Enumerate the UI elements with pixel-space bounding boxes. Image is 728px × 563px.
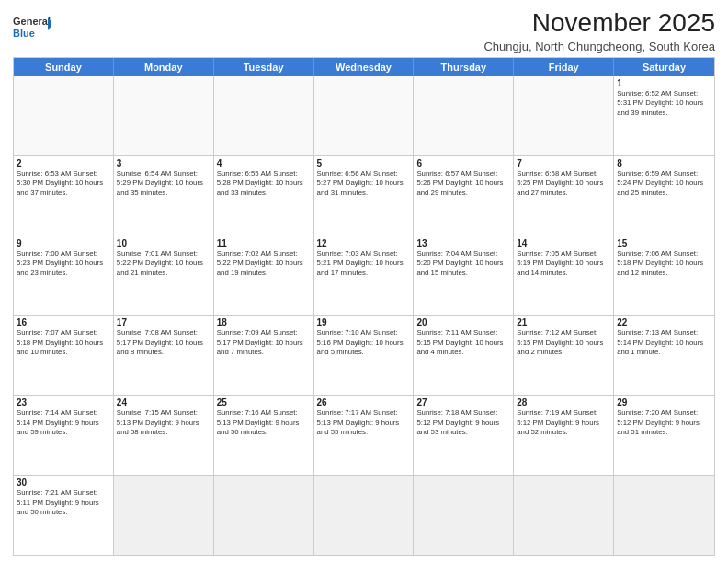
day-number: 13 xyxy=(416,238,510,248)
day-number: 3 xyxy=(117,158,210,168)
day-info: Sunrise: 7:17 AM Sunset: 5:13 PM Dayligh… xyxy=(317,408,411,438)
header-day-friday: Friday xyxy=(514,58,614,76)
day-info: Sunrise: 6:57 AM Sunset: 5:26 PM Dayligh… xyxy=(416,169,510,199)
day-info: Sunrise: 7:11 AM Sunset: 5:15 PM Dayligh… xyxy=(416,328,510,358)
calendar-cell-27: 27Sunrise: 7:18 AM Sunset: 5:12 PM Dayli… xyxy=(414,396,514,475)
day-info: Sunrise: 6:55 AM Sunset: 5:28 PM Dayligh… xyxy=(217,169,311,199)
day-info: Sunrise: 6:54 AM Sunset: 5:29 PM Dayligh… xyxy=(117,169,210,199)
day-number: 16 xyxy=(17,317,110,327)
day-info: Sunrise: 7:16 AM Sunset: 5:13 PM Dayligh… xyxy=(217,408,311,438)
day-info: Sunrise: 6:52 AM Sunset: 5:31 PM Dayligh… xyxy=(617,89,711,119)
day-info: Sunrise: 7:15 AM Sunset: 5:13 PM Dayligh… xyxy=(117,408,210,438)
day-info: Sunrise: 7:04 AM Sunset: 5:20 PM Dayligh… xyxy=(416,249,510,279)
day-info: Sunrise: 7:07 AM Sunset: 5:18 PM Dayligh… xyxy=(17,328,110,358)
calendar-cell-6: 6Sunrise: 6:57 AM Sunset: 5:26 PM Daylig… xyxy=(414,156,514,236)
svg-text:Blue: Blue xyxy=(13,28,35,39)
calendar-row-2: 2Sunrise: 6:53 AM Sunset: 5:30 PM Daylig… xyxy=(14,155,714,236)
day-info: Sunrise: 7:06 AM Sunset: 5:18 PM Dayligh… xyxy=(617,249,711,279)
day-info: Sunrise: 7:18 AM Sunset: 5:12 PM Dayligh… xyxy=(416,408,510,438)
calendar-cell-empty-5 xyxy=(514,476,614,555)
day-info: Sunrise: 7:10 AM Sunset: 5:16 PM Dayligh… xyxy=(317,328,411,358)
calendar-cell-17: 17Sunrise: 7:08 AM Sunset: 5:17 PM Dayli… xyxy=(114,316,214,395)
day-number: 14 xyxy=(517,238,610,248)
day-info: Sunrise: 7:09 AM Sunset: 5:17 PM Dayligh… xyxy=(217,328,311,358)
header-day-sunday: Sunday xyxy=(14,58,114,76)
day-number: 28 xyxy=(517,397,610,408)
day-number: 9 xyxy=(17,238,110,248)
calendar-row-5: 23Sunrise: 7:14 AM Sunset: 5:14 PM Dayli… xyxy=(14,395,714,475)
day-info: Sunrise: 7:08 AM Sunset: 5:17 PM Dayligh… xyxy=(117,328,210,358)
day-number: 7 xyxy=(517,158,610,168)
calendar-row-1: 1Sunrise: 6:52 AM Sunset: 5:31 PM Daylig… xyxy=(14,76,714,155)
day-number: 17 xyxy=(117,317,210,327)
calendar-cell-13: 13Sunrise: 7:04 AM Sunset: 5:20 PM Dayli… xyxy=(414,236,514,316)
calendar-cell-5: 5Sunrise: 6:56 AM Sunset: 5:27 PM Daylig… xyxy=(314,156,415,236)
calendar-row-3: 9Sunrise: 7:00 AM Sunset: 5:23 PM Daylig… xyxy=(14,236,714,316)
day-info: Sunrise: 7:00 AM Sunset: 5:23 PM Dayligh… xyxy=(17,249,110,279)
day-info: Sunrise: 7:01 AM Sunset: 5:22 PM Dayligh… xyxy=(117,249,210,279)
calendar-row-4: 16Sunrise: 7:07 AM Sunset: 5:18 PM Dayli… xyxy=(14,315,714,395)
day-info: Sunrise: 7:14 AM Sunset: 5:14 PM Dayligh… xyxy=(17,408,110,438)
day-number: 30 xyxy=(17,477,110,488)
calendar-cell-empty-2 xyxy=(214,76,314,155)
calendar-cell-20: 20Sunrise: 7:11 AM Sunset: 5:15 PM Dayli… xyxy=(414,316,514,395)
calendar-cell-19: 19Sunrise: 7:10 AM Sunset: 5:16 PM Dayli… xyxy=(314,316,415,395)
calendar-cell-8: 8Sunrise: 6:59 AM Sunset: 5:24 PM Daylig… xyxy=(614,156,714,236)
header: General Blue November 2025 Chungju, Nort… xyxy=(13,9,715,53)
calendar-cell-15: 15Sunrise: 7:06 AM Sunset: 5:18 PM Dayli… xyxy=(614,236,714,316)
day-number: 10 xyxy=(117,238,210,248)
day-info: Sunrise: 7:13 AM Sunset: 5:14 PM Dayligh… xyxy=(617,328,711,358)
calendar-cell-11: 11Sunrise: 7:02 AM Sunset: 5:22 PM Dayli… xyxy=(214,236,314,316)
day-info: Sunrise: 7:19 AM Sunset: 5:12 PM Dayligh… xyxy=(517,408,610,438)
logo: General Blue xyxy=(13,13,51,40)
day-number: 24 xyxy=(117,397,210,408)
day-info: Sunrise: 7:21 AM Sunset: 5:11 PM Dayligh… xyxy=(17,488,110,518)
calendar-cell-10: 10Sunrise: 7:01 AM Sunset: 5:22 PM Dayli… xyxy=(114,236,214,316)
header-day-monday: Monday xyxy=(114,58,214,76)
calendar-cell-25: 25Sunrise: 7:16 AM Sunset: 5:13 PM Dayli… xyxy=(214,396,314,475)
calendar-cell-empty-6 xyxy=(614,476,714,555)
subtitle: Chungju, North Chungcheong, South Korea xyxy=(483,40,715,53)
day-number: 2 xyxy=(17,158,110,168)
day-number: 25 xyxy=(217,397,311,408)
header-day-tuesday: Tuesday xyxy=(214,58,314,76)
day-number: 20 xyxy=(416,317,510,327)
month-title: November 2025 xyxy=(483,9,715,38)
day-number: 22 xyxy=(617,317,711,327)
day-info: Sunrise: 7:05 AM Sunset: 5:19 PM Dayligh… xyxy=(517,249,610,279)
day-info: Sunrise: 7:02 AM Sunset: 5:22 PM Dayligh… xyxy=(217,249,311,279)
day-number: 1 xyxy=(617,78,711,88)
day-number: 21 xyxy=(517,317,610,327)
day-number: 23 xyxy=(17,397,110,408)
calendar-cell-24: 24Sunrise: 7:15 AM Sunset: 5:13 PM Dayli… xyxy=(114,396,214,475)
day-number: 29 xyxy=(617,397,711,408)
day-number: 15 xyxy=(617,238,711,248)
calendar-cell-21: 21Sunrise: 7:12 AM Sunset: 5:15 PM Dayli… xyxy=(514,316,614,395)
calendar-cell-7: 7Sunrise: 6:58 AM Sunset: 5:25 PM Daylig… xyxy=(514,156,614,236)
day-number: 11 xyxy=(217,238,311,248)
calendar-cell-22: 22Sunrise: 7:13 AM Sunset: 5:14 PM Dayli… xyxy=(614,316,714,395)
day-info: Sunrise: 6:56 AM Sunset: 5:27 PM Dayligh… xyxy=(317,169,411,199)
day-number: 6 xyxy=(416,158,510,168)
calendar-cell-1: 1Sunrise: 6:52 AM Sunset: 5:31 PM Daylig… xyxy=(614,76,714,155)
calendar-cell-18: 18Sunrise: 7:09 AM Sunset: 5:17 PM Dayli… xyxy=(214,316,314,395)
day-number: 27 xyxy=(416,397,510,408)
header-day-saturday: Saturday xyxy=(614,58,714,76)
page: General Blue November 2025 Chungju, Nort… xyxy=(0,0,728,563)
calendar-cell-4: 4Sunrise: 6:55 AM Sunset: 5:28 PM Daylig… xyxy=(214,156,314,236)
day-number: 12 xyxy=(317,238,411,248)
day-info: Sunrise: 6:59 AM Sunset: 5:24 PM Dayligh… xyxy=(617,169,711,199)
calendar-cell-empty-0 xyxy=(14,76,114,155)
calendar-cell-28: 28Sunrise: 7:19 AM Sunset: 5:12 PM Dayli… xyxy=(514,396,614,475)
day-info: Sunrise: 7:12 AM Sunset: 5:15 PM Dayligh… xyxy=(517,328,610,358)
calendar-cell-empty-4 xyxy=(414,76,514,155)
title-block: November 2025 Chungju, North Chungcheong… xyxy=(483,9,715,53)
calendar-cell-26: 26Sunrise: 7:17 AM Sunset: 5:13 PM Dayli… xyxy=(314,396,415,475)
day-info: Sunrise: 6:53 AM Sunset: 5:30 PM Dayligh… xyxy=(17,169,110,199)
day-info: Sunrise: 6:58 AM Sunset: 5:25 PM Dayligh… xyxy=(517,169,610,199)
calendar-cell-empty-1 xyxy=(114,76,214,155)
day-number: 5 xyxy=(317,158,411,168)
day-number: 26 xyxy=(317,397,411,408)
calendar-cell-23: 23Sunrise: 7:14 AM Sunset: 5:14 PM Dayli… xyxy=(14,396,114,475)
day-info: Sunrise: 7:03 AM Sunset: 5:21 PM Dayligh… xyxy=(317,249,411,279)
